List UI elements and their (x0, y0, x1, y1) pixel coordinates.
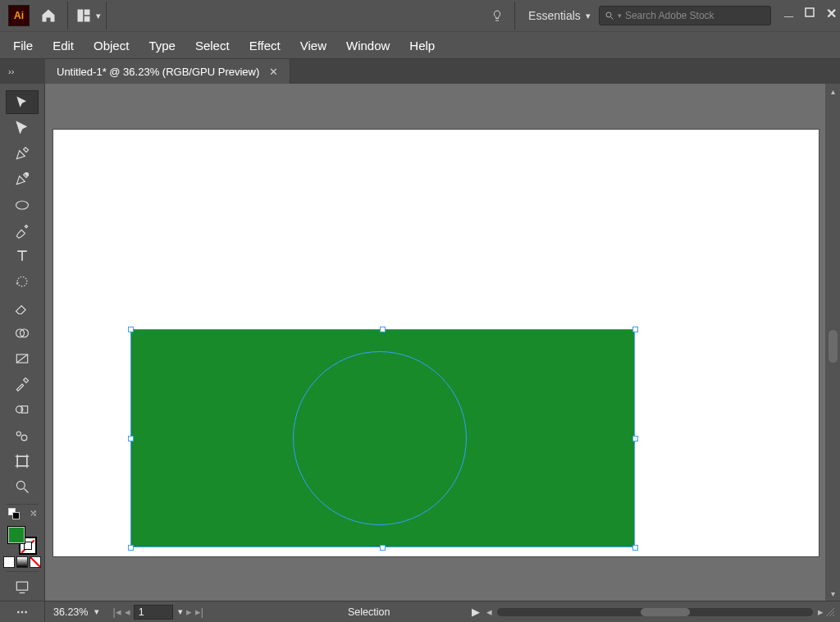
chevron-down-icon[interactable]: ▾ (96, 11, 101, 21)
svg-point-26 (21, 611, 23, 612)
svg-rect-0 (78, 10, 84, 22)
workspace-label: Essentials (528, 9, 581, 22)
menu-help[interactable]: Help (399, 34, 445, 57)
selection-handle[interactable] (380, 545, 386, 551)
svg-rect-16 (17, 456, 27, 466)
app-logo-icon: Ai (8, 5, 30, 26)
home-button[interactable] (34, 2, 62, 30)
rotate-tool[interactable] (6, 270, 39, 294)
svg-rect-1 (84, 10, 90, 16)
curvature-tool[interactable] (6, 167, 39, 191)
chevron-down-icon[interactable]: ▾ (94, 606, 99, 617)
svg-point-6 (25, 173, 28, 176)
svg-point-14 (16, 432, 21, 436)
eraser-tool[interactable] (6, 295, 39, 319)
chevron-down-icon[interactable]: ▾ (178, 606, 183, 617)
pen-tool[interactable] (6, 142, 39, 166)
shape-builder-tool[interactable] (6, 321, 39, 345)
selection-handle[interactable] (380, 327, 386, 332)
svg-line-30 (833, 615, 834, 616)
fill-stroke-swatches[interactable] (7, 526, 37, 555)
color-mode-icon[interactable] (3, 556, 15, 568)
edit-toolbar-button[interactable] (0, 601, 45, 623)
svg-point-21 (16, 482, 25, 490)
direct-selection-tool[interactable] (6, 116, 39, 139)
swap-fill-stroke-icon[interactable]: ⤭ (30, 508, 37, 519)
artboard-tool[interactable] (6, 449, 39, 473)
close-icon[interactable]: ✕ (269, 66, 278, 78)
search-help-button[interactable] (485, 3, 509, 28)
selection-handle[interactable] (632, 327, 638, 332)
gradient-tool[interactable] (6, 346, 39, 370)
maximize-button[interactable] (805, 6, 815, 21)
selection-handle[interactable] (632, 436, 638, 441)
status-bar: 36.23% ▾ |◂ ◂ 1 ▾ ▸ ▸| Selection ▶ ◂ ▸ (0, 601, 840, 622)
close-button[interactable]: ✕ (826, 6, 837, 21)
svg-rect-5 (806, 8, 814, 16)
menu-window[interactable]: Window (336, 34, 399, 57)
first-artboard-button[interactable]: |◂ (112, 606, 121, 618)
arrange-documents-button[interactable] (73, 5, 94, 26)
selection-handle[interactable] (128, 545, 134, 551)
zoom-tool[interactable] (6, 475, 39, 499)
horizontal-scrollbar[interactable] (497, 608, 813, 616)
svg-point-25 (17, 611, 19, 612)
blend-tool[interactable] (6, 398, 39, 422)
svg-point-7 (16, 201, 29, 209)
paintbrush-tool[interactable] (6, 218, 39, 242)
eyedropper-tool[interactable] (6, 373, 39, 396)
zoom-level[interactable]: 36.23% ▾ (45, 606, 107, 618)
panel-collapse-button[interactable]: ›› (0, 59, 45, 84)
menu-edit[interactable]: Edit (43, 34, 84, 57)
document-tab[interactable]: Untitled-1* @ 36.23% (RGB/GPU Preview) ✕ (45, 59, 290, 84)
pasteboard[interactable] (45, 84, 840, 601)
svg-line-22 (25, 489, 29, 493)
svg-point-15 (21, 435, 27, 441)
selection-handle[interactable] (632, 545, 638, 551)
last-artboard-button[interactable]: ▸| (195, 606, 203, 618)
symbol-sprayer-tool[interactable] (6, 423, 39, 447)
scrollbar-thumb[interactable] (829, 330, 838, 363)
scrollbar-thumb[interactable] (641, 608, 690, 616)
screen-mode-button[interactable] (6, 575, 39, 599)
minimize-button[interactable]: _ (784, 6, 793, 12)
search-placeholder: Search Adobe Stock (625, 10, 714, 21)
scroll-right-button[interactable]: ▸ (818, 606, 824, 618)
none-mode-icon[interactable] (30, 556, 41, 568)
separator (67, 2, 68, 30)
tab-title: Untitled-1* @ 36.23% (RGB/GPU Preview) (57, 66, 259, 78)
artboard-number-input[interactable]: 1 (134, 605, 173, 620)
fill-swatch[interactable] (7, 526, 25, 544)
ellipse-tool[interactable] (6, 193, 39, 217)
zoom-value: 36.23% (53, 606, 88, 618)
svg-rect-2 (84, 16, 90, 22)
type-tool[interactable] (6, 244, 39, 268)
menu-type[interactable]: Type (139, 34, 185, 57)
selection-handle[interactable] (128, 327, 134, 332)
menu-effect[interactable]: Effect (240, 34, 290, 57)
selection-tool[interactable] (6, 90, 39, 114)
svg-point-3 (606, 12, 611, 17)
menu-file[interactable]: File (3, 34, 43, 57)
workspace-switcher[interactable]: Essentials ▾ (520, 9, 599, 22)
default-fill-stroke-icon[interactable] (8, 508, 20, 519)
vertical-scrollbar[interactable]: ▴ ▾ (825, 84, 840, 601)
separator (514, 2, 515, 30)
svg-line-11 (16, 354, 27, 363)
scroll-down-icon[interactable]: ▾ (825, 586, 840, 601)
search-input[interactable]: ▾ Search Adobe Stock (599, 6, 771, 25)
menu-object[interactable]: Object (84, 34, 139, 57)
scroll-up-icon[interactable]: ▴ (825, 84, 840, 98)
prev-artboard-button[interactable]: ◂ (125, 606, 130, 618)
scroll-left-button[interactable]: ◂ (486, 606, 492, 618)
resize-grip-icon[interactable] (824, 606, 837, 619)
next-artboard-button[interactable]: ▸ (186, 606, 192, 618)
selection-handle[interactable] (128, 436, 134, 441)
menu-view[interactable]: View (290, 34, 336, 57)
gradient-mode-icon[interactable] (16, 556, 28, 568)
tool-panel: ⤭ (0, 84, 45, 601)
menu-select[interactable]: Select (185, 34, 240, 57)
separator (106, 2, 107, 30)
ellipse-shape-outline[interactable] (293, 351, 467, 525)
status-menu-button[interactable]: ▶ (472, 606, 480, 618)
